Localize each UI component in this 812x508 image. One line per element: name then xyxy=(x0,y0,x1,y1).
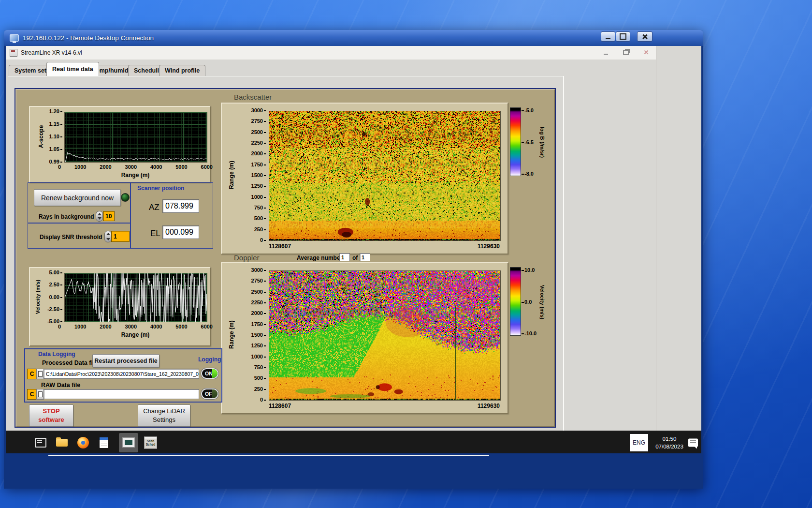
app-window-controls xyxy=(599,48,655,57)
change-lidar-settings-button[interactable]: Change LiDAR Settings xyxy=(138,404,190,427)
doppler-colorbar-ticks: 10.00.0-10.0 xyxy=(522,268,536,336)
ascope-y-ticks: 1.201.151.101.050.99 xyxy=(44,109,62,164)
backscatter-y-axis-label: Range (m) xyxy=(228,147,235,203)
app-minimize-button[interactable] xyxy=(599,48,612,57)
logging-label: Logging xyxy=(198,356,221,363)
taskbar-clock[interactable]: 01:50 07/08/2023 xyxy=(651,434,688,450)
taskbar: Scan Sched ENG 01:50 07/08/2023 xyxy=(6,431,701,453)
app-close-button[interactable] xyxy=(640,48,652,57)
notification-center-icon[interactable] xyxy=(688,438,698,447)
average-number-field[interactable]: 1 xyxy=(339,253,350,261)
rdp-client-area: StreamLine XR v14-6.vi System setup Real… xyxy=(4,46,703,489)
app-restore-button[interactable] xyxy=(620,48,632,57)
backscatter-plot xyxy=(269,111,501,241)
average-total-field[interactable]: 1 xyxy=(360,253,370,261)
streamline-app-icon[interactable] xyxy=(119,433,138,452)
raw-data-file-label: RAW Data file xyxy=(41,382,80,388)
velocity-plot xyxy=(64,273,207,322)
scanner-position-box: Scanner position AZ 078.999 EL 000.099 xyxy=(130,182,213,249)
velocity-y-ticks: 5.002.500.00-2.50-5.00 xyxy=(41,270,62,324)
velocity-x-axis-label: Range (m) xyxy=(64,331,206,338)
tab-real-time-data[interactable]: Real time data xyxy=(46,62,99,76)
doppler-spectrogram xyxy=(269,271,500,400)
average-number-label: Average number xyxy=(297,254,342,261)
firefox-icon[interactable] xyxy=(77,437,89,448)
renew-background-button[interactable]: Renew background now xyxy=(34,189,121,206)
processed-path-field[interactable]: C:\Lidar\Data\Proc\2023\202308\20230807\… xyxy=(44,369,199,379)
rdp-maximize-button[interactable] xyxy=(616,31,630,42)
backscatter-y-ticks: 3000275025002250200017501500125010007505… xyxy=(241,108,266,243)
taskbar-time: 01:50 xyxy=(651,434,688,442)
ascope-graph xyxy=(65,112,207,162)
velocity-graph xyxy=(65,273,207,322)
raw-path-field[interactable] xyxy=(44,389,199,399)
minimize-icon xyxy=(606,34,610,39)
rdp-window-controls xyxy=(601,31,703,42)
language-indicator[interactable]: ENG xyxy=(630,434,648,451)
el-label: EL xyxy=(150,229,160,239)
processed-drive-selector[interactable]: C xyxy=(27,369,37,379)
doppler-x-end: 1129630 xyxy=(478,403,500,409)
backscatter-x-end: 1129630 xyxy=(478,243,500,250)
backscatter-x-start: 1128607 xyxy=(269,243,291,250)
snr-spinner[interactable] xyxy=(104,231,112,242)
rdp-icon xyxy=(10,34,19,42)
app-title: StreamLine XR v14-6.vi xyxy=(21,49,82,56)
az-value-field: 078.999 xyxy=(162,199,199,213)
rdp-minimize-button[interactable] xyxy=(601,31,615,42)
processed-path-browse-icon[interactable] xyxy=(36,369,44,379)
az-label: AZ xyxy=(149,203,160,212)
restore-icon xyxy=(623,50,629,55)
velocity-x-ticks: 0100020003000400050006000 xyxy=(58,324,213,329)
data-logging-title: Data Logging xyxy=(38,351,75,358)
average-of-label: of xyxy=(352,254,358,261)
ascope-x-ticks: 0100020003000400050006000 xyxy=(58,164,213,170)
app-titlebar[interactable]: StreamLine XR v14-6.vi xyxy=(6,46,656,60)
tab-wind-profile[interactable]: Wind profile xyxy=(159,65,205,76)
doppler-colorbar xyxy=(510,267,521,336)
stop-software-button[interactable]: STOP software xyxy=(29,404,73,427)
backscatter-colorbar-label: log B (/m/sr) xyxy=(538,114,546,170)
file-explorer-icon[interactable] xyxy=(56,439,68,447)
close-icon xyxy=(642,34,648,40)
doppler-plot-frame: Range (m) 300027502500225020001750150012… xyxy=(221,262,508,414)
snr-value-field[interactable]: 1 xyxy=(111,231,130,242)
raw-path-browse-icon[interactable] xyxy=(36,389,44,400)
desktop: 192.168.0.122 - Remote Desktop Connectio… xyxy=(0,0,812,508)
document-app-icon[interactable] xyxy=(100,437,108,448)
raw-logging-toggle[interactable]: OFF xyxy=(201,388,218,399)
rdp-titlebar[interactable]: 192.168.0.122 - Remote Desktop Connectio… xyxy=(4,30,703,46)
maximize-icon xyxy=(620,33,626,40)
processed-logging-toggle[interactable]: ON xyxy=(201,368,218,379)
remote-screen-edge xyxy=(48,455,489,456)
backscatter-title: Backscatter xyxy=(234,93,272,101)
processed-data-file-label: Processed Data file xyxy=(42,359,98,366)
background-controls-box: Renew background now Rays in background … xyxy=(28,182,131,224)
remote-screen: StreamLine XR v14-6.vi System setup Real… xyxy=(6,46,701,453)
doppler-y-ticks: 3000275025002250200017501500125010007505… xyxy=(241,268,266,403)
rays-spinner[interactable] xyxy=(96,211,103,222)
rdp-filler xyxy=(6,453,701,489)
rays-in-background-label: Rays in background xyxy=(39,213,94,220)
rdp-close-button[interactable] xyxy=(637,31,652,42)
task-view-icon[interactable] xyxy=(35,438,46,448)
doppler-plot xyxy=(269,270,501,401)
backscatter-x-range: 1128607 1129630 xyxy=(269,243,500,250)
doppler-x-range: 1128607 1129630 xyxy=(269,403,500,409)
scan-scheduler-icon[interactable]: Scan Sched xyxy=(144,436,157,448)
backscatter-colorbar-ticks: -5.0-6.5-8.0 xyxy=(522,108,534,177)
snr-threshold-label: Display SNR threshold xyxy=(40,234,102,240)
el-value-field: 000.099 xyxy=(162,225,199,239)
rdp-title: 192.168.0.122 - Remote Desktop Connectio… xyxy=(23,34,154,42)
rdp-window: 192.168.0.122 - Remote Desktop Connectio… xyxy=(4,30,703,489)
minimize-icon xyxy=(604,50,608,55)
rays-value-field[interactable]: 10 xyxy=(103,211,115,221)
app-window-right-edge xyxy=(656,46,656,431)
raw-drive-selector[interactable]: C xyxy=(27,389,37,400)
data-logging-box: Data Logging Processed Data file Restart… xyxy=(24,348,222,403)
ascope-plot-frame: A-scope 1.201.151.101.050.99 01000200030… xyxy=(29,106,211,183)
app-icon xyxy=(10,49,17,57)
backscatter-plot-frame: Range (m) 300027502500225020001750150012… xyxy=(221,103,508,254)
restart-processed-file-button[interactable]: Restart processed file xyxy=(92,354,160,368)
doppler-x-start: 1128607 xyxy=(269,403,291,409)
